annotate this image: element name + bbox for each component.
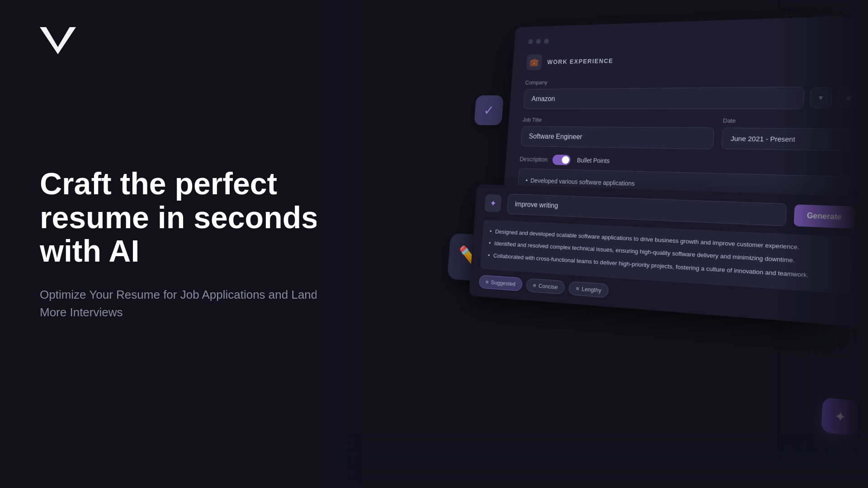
company-dropdown-btn[interactable]: ▼ — [810, 87, 833, 108]
chip-suggested[interactable]: ≡ Suggested — [479, 275, 523, 291]
job-title-label: Job Title — [522, 117, 715, 124]
hero-subtitle: Optimize Your Resume for Job Application… — [40, 286, 338, 321]
generate-button[interactable]: Generate — [793, 204, 856, 229]
ai-fab-button[interactable]: ✦ — [821, 397, 859, 436]
right-section: ✓ 💼 WORK EXPERIENCE Company Amazon ▼ ◉ — [398, 0, 868, 488]
section-header: 💼 WORK EXPERIENCE — [526, 47, 863, 70]
company-label: Company — [525, 75, 861, 86]
chip-suggested-label: Suggested — [491, 279, 515, 287]
chip-lengthy-label: Lengthy — [581, 286, 601, 294]
window-dot-3 — [544, 38, 549, 43]
window-dot-2 — [536, 39, 541, 44]
chip-concise[interactable]: ≡ Concise — [526, 278, 565, 294]
bullet-toggle[interactable] — [552, 155, 571, 165]
date-label: Date — [723, 117, 859, 125]
chip-lines-icon-3: ≡ — [576, 285, 580, 292]
chip-lines-icon-2: ≡ — [533, 282, 537, 289]
briefcase-icon: 💼 — [529, 57, 539, 67]
company-extra-btn[interactable]: ◉ — [837, 87, 861, 108]
hero-title: Craft the perfect resume in seconds with… — [40, 167, 338, 268]
ai-input[interactable]: improve writing — [507, 194, 787, 226]
chip-lines-icon-1: ≡ — [486, 279, 489, 286]
bullet-label: Bullet Points — [577, 157, 610, 164]
company-row: Amazon ▼ ◉ — [524, 86, 861, 109]
desc-label: Description — [519, 155, 548, 163]
date-input[interactable]: June 2021 - Present — [722, 127, 859, 151]
section-title: WORK EXPERIENCE — [547, 57, 613, 66]
chip-lengthy[interactable]: ≡ Lengthy — [568, 281, 609, 298]
logo-svg — [40, 27, 76, 54]
section-icon: 💼 — [526, 54, 542, 70]
logo — [40, 27, 76, 56]
job-title-input[interactable]: Software Engineer — [521, 126, 714, 149]
job-title-col: Job Title Software Engineer — [521, 117, 715, 149]
chip-concise-label: Concise — [538, 282, 558, 291]
date-col: Date June 2021 - Present — [722, 117, 859, 151]
window-dot-1 — [528, 39, 533, 44]
company-input[interactable]: Amazon — [524, 87, 805, 109]
check-badge: ✓ — [474, 95, 504, 125]
left-section: Craft the perfect resume in seconds with… — [40, 0, 338, 488]
ai-panel: ✦ improve writing Generate Designed and … — [469, 184, 868, 327]
title-date-grid: Job Title Software Engineer Date June 20… — [521, 117, 859, 151]
ai-fab-icon: ✦ — [834, 408, 846, 425]
window-dots — [528, 29, 863, 44]
check-icon: ✓ — [483, 103, 494, 118]
mockup-container: ✓ 💼 WORK EXPERIENCE Company Amazon ▼ ◉ — [440, 0, 868, 483]
sparkle-icon: ✦ — [489, 198, 496, 208]
ai-sparkle-icon: ✦ — [484, 194, 502, 212]
